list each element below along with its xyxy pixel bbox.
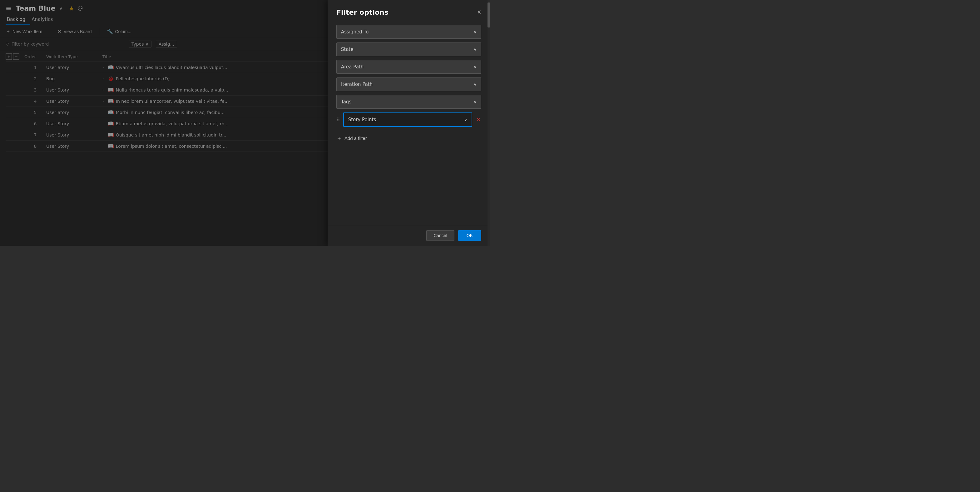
state-chevron-icon: ∨ <box>473 47 477 52</box>
dialog-close-button[interactable]: × <box>476 8 482 17</box>
tags-filter-dropdown[interactable]: Tags ∨ <box>336 95 481 109</box>
state-filter-dropdown[interactable]: State ∨ <box>336 43 481 56</box>
dialog-header: Filter options × <box>328 0 490 22</box>
dialog-title: Filter options <box>336 8 388 16</box>
dialog-scrollbar[interactable] <box>487 0 490 246</box>
dialog-scrollbar-thumb[interactable] <box>487 3 490 27</box>
drag-handle-icon[interactable]: ⠿ <box>336 117 340 123</box>
filter-options-dialog: Filter options × Assigned To ∨ State ∨ A… <box>328 0 490 246</box>
iteration-path-chevron-icon: ∨ <box>473 82 477 87</box>
iteration-path-filter-dropdown[interactable]: Iteration Path ∨ <box>336 78 481 91</box>
area-path-filter-dropdown[interactable]: Area Path ∨ <box>336 60 481 74</box>
story-points-filter-dropdown[interactable]: Story Points ∨ <box>343 113 472 127</box>
area-path-chevron-icon: ∨ <box>473 65 477 69</box>
tags-chevron-icon: ∨ <box>473 100 477 104</box>
assigned-to-chevron-icon: ∨ <box>473 30 477 34</box>
dialog-body: Assigned To ∨ State ∨ Area Path ∨ Iterat… <box>328 22 490 225</box>
add-filter-button[interactable]: ＋ Add a filter <box>336 132 481 144</box>
story-points-chevron-icon: ∨ <box>464 118 467 122</box>
main-area: ≡ Team Blue ∨ ★ ⚇ Backlog Analytics ＋ Ne… <box>0 0 490 246</box>
delete-story-points-filter-button[interactable]: ✕ <box>475 116 481 123</box>
cancel-button[interactable]: Cancel <box>426 230 454 241</box>
assigned-to-filter-dropdown[interactable]: Assigned To ∨ <box>336 25 481 39</box>
story-points-filter-row: ⠿ Story Points ∨ ✕ <box>336 113 481 127</box>
ok-button[interactable]: OK <box>458 230 481 241</box>
dialog-footer: Cancel OK <box>328 225 490 246</box>
add-icon: ＋ <box>336 134 342 142</box>
